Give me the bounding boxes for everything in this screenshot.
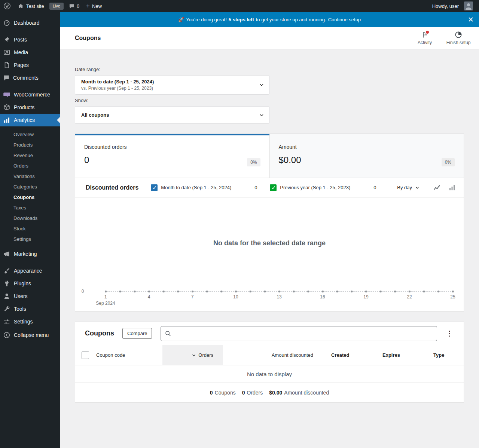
- finish-setup-label: Finish setup: [446, 40, 471, 45]
- sidebar-item-comments[interactable]: Comments: [0, 71, 60, 84]
- ellipsis-menu-icon[interactable]: ⋮: [443, 329, 456, 338]
- sidebar-item-dashboard[interactable]: Dashboard: [0, 16, 60, 29]
- sidebar-item-pages[interactable]: Pages: [0, 59, 60, 71]
- sidebar-item-label: Settings: [14, 319, 33, 325]
- coupons-search[interactable]: [161, 326, 437, 341]
- chevron-down-icon: [259, 82, 265, 88]
- sidebar-subitem-settings[interactable]: Settings: [0, 234, 60, 244]
- collapse-menu-icon: [3, 331, 10, 339]
- sidebar-subitem-stock[interactable]: Stock: [0, 223, 60, 234]
- media-icon: [3, 49, 10, 56]
- admin-sidebar: Dashboard Posts Media Pages Comments Woo…: [0, 12, 60, 448]
- coupons-table-title: Coupons: [85, 329, 114, 337]
- total-coupons: 0 Coupons: [210, 390, 236, 396]
- search-input[interactable]: [174, 330, 433, 337]
- continue-setup-link[interactable]: Continue setup: [328, 17, 361, 22]
- show-select[interactable]: All coupons: [75, 106, 269, 124]
- x-axis-tick: 22: [407, 294, 412, 300]
- plugins-icon: [3, 280, 10, 287]
- sidebar-item-label: Tools: [14, 306, 26, 312]
- sidebar-item-label: Marketing: [14, 251, 37, 257]
- close-icon[interactable]: ✕: [468, 16, 474, 23]
- select-all-checkbox[interactable]: [82, 352, 89, 359]
- activity-label: Activity: [418, 40, 432, 45]
- analytics-report-card: Discounted orders 0 0% Amount $0.00 0% D…: [75, 134, 464, 312]
- tile-value: $0.00: [279, 155, 455, 165]
- comment-bubble-icon: [69, 3, 74, 9]
- sidebar-subitem-products[interactable]: Products: [0, 139, 60, 150]
- x-axis-tick: 4: [148, 294, 150, 300]
- sidebar-item-settings[interactable]: Settings: [0, 315, 60, 328]
- line-chart-icon[interactable]: [433, 184, 441, 192]
- tile-label: Amount: [279, 144, 455, 150]
- sidebar-item-collapse-menu[interactable]: Collapse menu: [0, 329, 60, 341]
- site-name-button[interactable]: Test site: [14, 0, 48, 12]
- column-header-type[interactable]: Type: [424, 345, 464, 365]
- legend-previous-period[interactable]: Previous year (Sep 1 - 25, 2023) 0: [270, 184, 381, 191]
- column-header-coupon-code[interactable]: Coupon code: [96, 345, 162, 365]
- wordpress-logo-button[interactable]: [0, 0, 14, 12]
- interval-select[interactable]: By day: [397, 185, 426, 190]
- x-axis-tick: 7: [191, 294, 194, 300]
- sidebar-item-plugins[interactable]: Plugins: [0, 277, 60, 290]
- x-axis-tick: 13: [277, 294, 281, 300]
- coupons-table-header: Coupons Compare ⋮: [75, 322, 464, 345]
- comments-button[interactable]: 0: [65, 0, 83, 12]
- sidebar-subitem-variations[interactable]: Variations: [0, 171, 60, 181]
- sidebar-subitem-downloads[interactable]: Downloads: [0, 213, 60, 223]
- sidebar-subitem-categories[interactable]: Categories: [0, 181, 60, 192]
- sidebar-item-products[interactable]: Products: [0, 101, 60, 114]
- column-header-created[interactable]: Created: [322, 345, 373, 365]
- chart-title: Discounted orders: [86, 184, 138, 191]
- sidebar-subitem-revenue[interactable]: Revenue: [0, 150, 60, 160]
- plus-icon: +: [86, 3, 90, 9]
- sidebar-subitem-orders[interactable]: Orders: [0, 160, 60, 171]
- column-label: Coupon code: [96, 352, 125, 358]
- column-header-expires[interactable]: Expires: [373, 345, 424, 365]
- sidebar-item-posts[interactable]: Posts: [0, 33, 60, 46]
- activity-button[interactable]: Activity: [409, 31, 440, 45]
- sidebar-subitem-taxes[interactable]: Taxes: [0, 202, 60, 213]
- sidebar-item-appearance[interactable]: Appearance: [0, 264, 60, 277]
- date-range-select[interactable]: Month to date (Sep 1 - 25, 2024) vs. Pre…: [75, 75, 269, 95]
- rocket-emoji: 🚀: [178, 17, 184, 22]
- column-label: Type: [433, 352, 444, 358]
- coupons-table-card: Coupons Compare ⋮ Coupon code Orders: [75, 322, 464, 403]
- new-button[interactable]: + New: [83, 0, 105, 12]
- summary-tile-amount[interactable]: Amount $0.00 0%: [269, 134, 464, 178]
- compare-button[interactable]: Compare: [122, 328, 152, 339]
- date-range-label: Date range:: [75, 67, 464, 72]
- checkbox-checked[interactable]: [270, 184, 277, 191]
- site-name: Test site: [26, 3, 44, 9]
- setup-banner-message: 🚀 You’re doing great! 5 steps left to ge…: [178, 17, 361, 22]
- sidebar-item-label: Pages: [14, 62, 29, 68]
- summary-tile-discounted-orders[interactable]: Discounted orders 0 0%: [75, 134, 269, 178]
- sidebar-subitem-overview[interactable]: Overview: [0, 129, 60, 139]
- page-title: Coupons: [75, 35, 101, 42]
- sidebar-item-tools[interactable]: Tools: [0, 303, 60, 315]
- sidebar-item-users[interactable]: Users: [0, 290, 60, 303]
- howdy-menu[interactable]: Howdy, user: [429, 0, 476, 12]
- tools-icon: [3, 305, 10, 313]
- sidebar-subitem-coupons[interactable]: Coupons: [0, 192, 60, 202]
- x-axis-tick: 16: [320, 294, 325, 300]
- column-header-orders[interactable]: Orders: [162, 345, 223, 365]
- date-range-value: Month to date (Sep 1 - 25, 2024): [81, 79, 254, 85]
- bar-chart-icon[interactable]: [448, 184, 456, 192]
- checkbox-checked[interactable]: [151, 184, 158, 191]
- column-header-amount-discounted[interactable]: Amount discounted: [223, 345, 322, 365]
- sidebar-item-analytics[interactable]: Analytics: [0, 114, 60, 126]
- tile-label: Discounted orders: [84, 144, 260, 150]
- sidebar-item-woocommerce[interactable]: WooCommerce: [0, 88, 60, 101]
- column-label: Amount discounted: [272, 352, 313, 358]
- x-axis-tick: 1: [104, 294, 107, 300]
- sidebar-item-media[interactable]: Media: [0, 46, 60, 59]
- y-axis-tick: 0: [80, 289, 86, 294]
- banner-text: You’re doing great!: [186, 17, 227, 22]
- sidebar-item-marketing[interactable]: Marketing: [0, 248, 60, 260]
- finish-setup-button[interactable]: Finish setup: [443, 31, 474, 45]
- analytics-icon: [3, 116, 10, 124]
- table-empty-message: No data to display: [75, 365, 464, 383]
- legend-current-period[interactable]: Month to date (Sep 1 - 25, 2024) 0: [151, 184, 262, 191]
- dashboard-icon: [3, 19, 10, 27]
